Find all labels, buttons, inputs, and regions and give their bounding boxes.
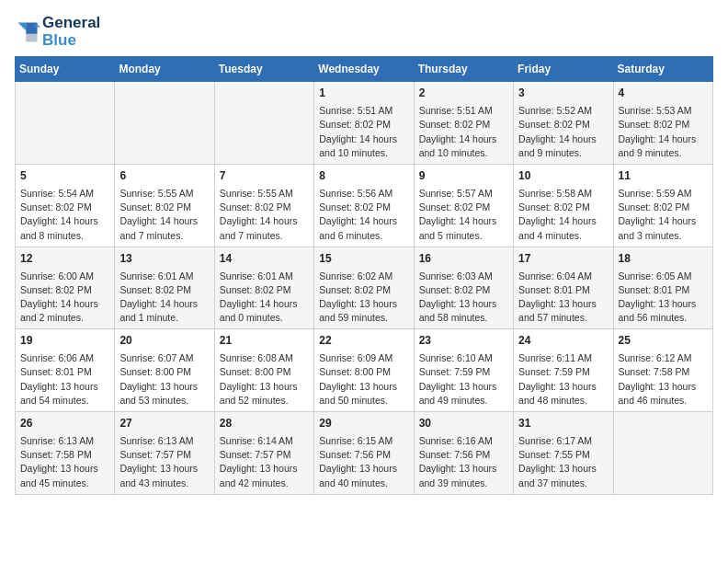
calendar-cell: 23Sunrise: 6:10 AM Sunset: 7:59 PM Dayli… — [414, 329, 513, 412]
calendar-header: SundayMondayTuesdayWednesdayThursdayFrid… — [16, 57, 713, 82]
calendar-cell: 30Sunrise: 6:16 AM Sunset: 7:56 PM Dayli… — [414, 412, 513, 495]
cell-content: Sunrise: 6:07 AM Sunset: 8:00 PM Dayligh… — [119, 351, 209, 408]
cell-content: Sunrise: 6:08 AM Sunset: 8:00 PM Dayligh… — [220, 351, 309, 408]
day-number: 30 — [419, 416, 508, 431]
calendar-cell: 10Sunrise: 5:58 AM Sunset: 8:02 PM Dayli… — [514, 165, 613, 247]
calendar-cell: 20Sunrise: 6:07 AM Sunset: 8:00 PM Dayli… — [115, 329, 214, 412]
day-of-week-header: Sunday — [16, 57, 115, 82]
cell-content: Sunrise: 6:01 AM Sunset: 8:02 PM Dayligh… — [220, 270, 309, 326]
calendar-cell — [613, 412, 712, 495]
day-number: 28 — [220, 416, 309, 431]
cell-content: Sunrise: 6:15 AM Sunset: 7:56 PM Dayligh… — [319, 434, 408, 490]
day-number: 19 — [20, 333, 109, 349]
cell-content: Sunrise: 6:04 AM Sunset: 8:01 PM Dayligh… — [518, 270, 608, 326]
calendar-cell: 21Sunrise: 6:08 AM Sunset: 8:00 PM Dayli… — [214, 329, 313, 412]
calendar-cell: 26Sunrise: 6:13 AM Sunset: 7:58 PM Dayli… — [16, 412, 115, 495]
cell-content: Sunrise: 6:17 AM Sunset: 7:55 PM Dayligh… — [518, 434, 608, 490]
calendar-cell — [16, 82, 115, 165]
cell-content: Sunrise: 5:53 AM Sunset: 8:02 PM Dayligh… — [619, 104, 708, 160]
calendar-cell: 19Sunrise: 6:06 AM Sunset: 8:01 PM Dayli… — [16, 329, 115, 412]
cell-content: Sunrise: 5:55 AM Sunset: 8:02 PM Dayligh… — [220, 187, 309, 243]
svg-marker-2 — [18, 22, 27, 30]
logo-text-line1: General — [42, 15, 100, 32]
cell-content: Sunrise: 5:51 AM Sunset: 8:02 PM Dayligh… — [319, 104, 408, 160]
calendar-cell: 16Sunrise: 6:03 AM Sunset: 8:02 PM Dayli… — [414, 247, 513, 329]
day-number: 15 — [319, 251, 408, 267]
cell-content: Sunrise: 6:02 AM Sunset: 8:02 PM Dayligh… — [319, 270, 408, 326]
calendar-cell: 1Sunrise: 5:51 AM Sunset: 8:02 PM Daylig… — [314, 82, 414, 165]
day-number: 21 — [220, 333, 309, 349]
day-number: 9 — [419, 168, 508, 184]
calendar-cell: 6Sunrise: 5:55 AM Sunset: 8:02 PM Daylig… — [115, 165, 214, 247]
calendar-cell: 17Sunrise: 6:04 AM Sunset: 8:01 PM Dayli… — [514, 247, 613, 329]
day-number: 18 — [619, 251, 708, 267]
cell-content: Sunrise: 6:00 AM Sunset: 8:02 PM Dayligh… — [20, 270, 109, 326]
calendar-cell: 15Sunrise: 6:02 AM Sunset: 8:02 PM Dayli… — [314, 247, 414, 329]
day-number: 16 — [419, 251, 508, 267]
cell-content: Sunrise: 6:09 AM Sunset: 8:00 PM Dayligh… — [319, 351, 408, 408]
calendar-cell: 22Sunrise: 6:09 AM Sunset: 8:00 PM Dayli… — [314, 329, 414, 412]
logo: General Blue — [15, 15, 100, 49]
calendar-cell: 14Sunrise: 6:01 AM Sunset: 8:02 PM Dayli… — [214, 247, 313, 329]
day-number: 26 — [20, 416, 109, 431]
cell-content: Sunrise: 5:52 AM Sunset: 8:02 PM Dayligh… — [518, 104, 608, 160]
calendar-cell: 31Sunrise: 6:17 AM Sunset: 7:55 PM Dayli… — [514, 412, 613, 495]
cell-content: Sunrise: 6:10 AM Sunset: 7:59 PM Dayligh… — [419, 351, 508, 408]
cell-content: Sunrise: 5:56 AM Sunset: 8:02 PM Dayligh… — [319, 187, 408, 243]
day-number: 24 — [518, 333, 608, 349]
calendar-cell: 8Sunrise: 5:56 AM Sunset: 8:02 PM Daylig… — [314, 165, 414, 247]
cell-content: Sunrise: 6:13 AM Sunset: 7:57 PM Dayligh… — [119, 434, 209, 490]
cell-content: Sunrise: 6:16 AM Sunset: 7:56 PM Dayligh… — [419, 434, 508, 490]
day-of-week-header: Thursday — [414, 57, 513, 82]
day-number: 13 — [119, 251, 209, 267]
calendar-cell: 18Sunrise: 6:05 AM Sunset: 8:01 PM Dayli… — [613, 247, 712, 329]
day-number: 4 — [619, 86, 708, 101]
calendar-cell: 29Sunrise: 6:15 AM Sunset: 7:56 PM Dayli… — [314, 412, 414, 495]
logo-icon — [15, 19, 40, 45]
day-number: 1 — [319, 86, 408, 101]
day-number: 10 — [518, 168, 608, 184]
svg-marker-1 — [26, 33, 37, 41]
day-number: 27 — [119, 416, 209, 431]
cell-content: Sunrise: 6:06 AM Sunset: 8:01 PM Dayligh… — [20, 351, 109, 408]
cell-content: Sunrise: 5:57 AM Sunset: 8:02 PM Dayligh… — [419, 187, 508, 243]
day-number: 5 — [20, 168, 109, 184]
calendar-body: 1Sunrise: 5:51 AM Sunset: 8:02 PM Daylig… — [16, 82, 713, 494]
cell-content: Sunrise: 6:13 AM Sunset: 7:58 PM Dayligh… — [20, 434, 109, 490]
calendar-cell — [115, 82, 214, 165]
calendar-cell: 2Sunrise: 5:51 AM Sunset: 8:02 PM Daylig… — [414, 82, 513, 165]
day-of-week-header: Monday — [115, 57, 214, 82]
day-number: 2 — [419, 86, 508, 101]
cell-content: Sunrise: 6:11 AM Sunset: 7:59 PM Dayligh… — [518, 351, 608, 408]
calendar-cell: 12Sunrise: 6:00 AM Sunset: 8:02 PM Dayli… — [16, 247, 115, 329]
day-number: 12 — [20, 251, 109, 267]
cell-content: Sunrise: 5:51 AM Sunset: 8:02 PM Dayligh… — [419, 104, 508, 160]
day-number: 29 — [319, 416, 408, 431]
day-number: 25 — [619, 333, 708, 349]
calendar-cell: 9Sunrise: 5:57 AM Sunset: 8:02 PM Daylig… — [414, 165, 513, 247]
calendar-cell: 24Sunrise: 6:11 AM Sunset: 7:59 PM Dayli… — [514, 329, 613, 412]
calendar-cell: 11Sunrise: 5:59 AM Sunset: 8:02 PM Dayli… — [613, 165, 712, 247]
calendar-cell: 7Sunrise: 5:55 AM Sunset: 8:02 PM Daylig… — [214, 165, 313, 247]
cell-content: Sunrise: 6:01 AM Sunset: 8:02 PM Dayligh… — [119, 270, 209, 326]
cell-content: Sunrise: 5:59 AM Sunset: 8:02 PM Dayligh… — [619, 187, 708, 243]
day-number: 23 — [419, 333, 508, 349]
calendar-cell: 13Sunrise: 6:01 AM Sunset: 8:02 PM Dayli… — [115, 247, 214, 329]
cell-content: Sunrise: 6:05 AM Sunset: 8:01 PM Dayligh… — [619, 270, 708, 326]
day-number: 3 — [518, 86, 608, 101]
cell-content: Sunrise: 5:54 AM Sunset: 8:02 PM Dayligh… — [20, 187, 109, 243]
calendar-week-row: 19Sunrise: 6:06 AM Sunset: 8:01 PM Dayli… — [16, 329, 713, 412]
calendar-cell: 4Sunrise: 5:53 AM Sunset: 8:02 PM Daylig… — [613, 82, 712, 165]
calendar-cell: 28Sunrise: 6:14 AM Sunset: 7:57 PM Dayli… — [214, 412, 313, 495]
calendar-cell: 5Sunrise: 5:54 AM Sunset: 8:02 PM Daylig… — [16, 165, 115, 247]
day-number: 14 — [220, 251, 309, 267]
day-number: 22 — [319, 333, 408, 349]
days-of-week-row: SundayMondayTuesdayWednesdayThursdayFrid… — [16, 57, 713, 82]
calendar-cell: 25Sunrise: 6:12 AM Sunset: 7:58 PM Dayli… — [613, 329, 712, 412]
day-number: 8 — [319, 168, 408, 184]
cell-content: Sunrise: 6:12 AM Sunset: 7:58 PM Dayligh… — [619, 351, 708, 408]
cell-content: Sunrise: 5:55 AM Sunset: 8:02 PM Dayligh… — [119, 187, 209, 243]
calendar-week-row: 12Sunrise: 6:00 AM Sunset: 8:02 PM Dayli… — [16, 247, 713, 329]
day-number: 31 — [518, 416, 608, 431]
day-number: 11 — [619, 168, 708, 184]
